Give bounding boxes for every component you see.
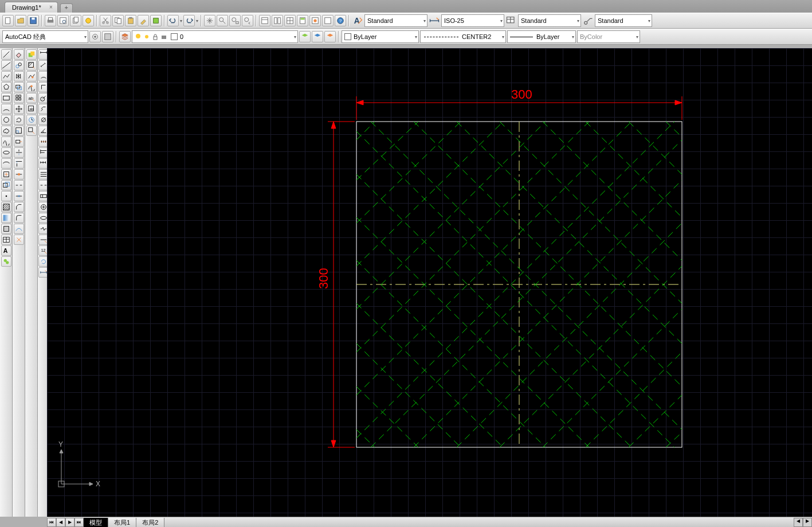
edit-spline-icon[interactable] [26, 82, 37, 92]
stretch-icon[interactable] [14, 136, 24, 147]
sync-attrib-icon[interactable] [26, 115, 37, 125]
mtext-icon[interactable]: A [1, 245, 11, 256]
addselected-icon[interactable] [1, 256, 11, 267]
ellipse-icon[interactable] [1, 147, 11, 158]
new-tab-button[interactable]: + [60, 3, 73, 13]
linetype-select[interactable]: CENTER2▾ [420, 30, 506, 43]
blend-icon[interactable] [14, 224, 24, 234]
pan-icon[interactable] [204, 15, 215, 26]
zoom-previous-icon[interactable] [242, 15, 253, 26]
block-attrib-mgr-icon[interactable]: ab [26, 104, 37, 114]
tab-next-icon[interactable]: ▶ [65, 518, 74, 527]
drawing-canvas[interactable]: 300 300 Y X [47, 48, 812, 517]
edit-polyline-icon[interactable] [26, 71, 37, 81]
textstyle-select[interactable]: Standard▾ [364, 14, 427, 27]
new-icon[interactable] [2, 15, 14, 26]
design-center-icon[interactable] [322, 15, 334, 26]
trim-icon[interactable] [14, 147, 24, 158]
hatch-icon[interactable] [1, 202, 11, 212]
block-editor-icon[interactable] [150, 15, 162, 26]
undo-dropdown-icon[interactable]: ▾ [180, 18, 182, 24]
tab-layout2[interactable]: 布局2 [136, 518, 164, 527]
print-icon[interactable] [45, 15, 56, 26]
tab-scroll-right-icon[interactable]: ▶ [803, 518, 812, 527]
drawing-tab[interactable]: Drawing1* × [5, 2, 58, 13]
dimstyle-select[interactable]: ISO-25▾ [441, 14, 504, 27]
tab-prev-icon[interactable]: ◀ [56, 518, 65, 527]
redo-dropdown-icon[interactable]: ▾ [196, 18, 198, 24]
table-icon[interactable] [1, 235, 11, 245]
insert-block-icon[interactable] [1, 169, 11, 179]
layer-match-icon[interactable] [324, 31, 336, 42]
workspace-save-icon[interactable] [102, 31, 113, 42]
scale-icon[interactable] [14, 126, 24, 136]
array-icon[interactable] [14, 93, 24, 103]
tablestyle-select[interactable]: Standard▾ [518, 14, 581, 27]
tab-last-icon[interactable]: ⏭ [74, 518, 84, 527]
line-icon[interactable] [1, 49, 11, 60]
mirror-icon[interactable] [14, 71, 24, 81]
plot-preview-icon[interactable] [57, 15, 69, 26]
layer-select[interactable]: 0 ▾ [132, 30, 298, 43]
ellipse-arc-icon[interactable] [1, 158, 11, 169]
arc-icon[interactable] [1, 104, 11, 114]
revcloud-icon[interactable] [1, 126, 11, 136]
tab-model[interactable]: 模型 [84, 518, 108, 527]
make-block-icon[interactable] [1, 180, 11, 190]
chamfer-icon[interactable] [14, 202, 24, 212]
redo-icon[interactable] [183, 15, 195, 26]
move-icon[interactable] [14, 104, 24, 114]
xline-icon[interactable] [1, 60, 11, 71]
copy-icon[interactable] [112, 15, 124, 26]
layer-previous-icon[interactable] [312, 31, 323, 42]
help-icon[interactable]: ? [335, 15, 346, 26]
plotstyle-select[interactable]: ByColor▾ [577, 30, 640, 43]
draworder-icon[interactable] [26, 49, 37, 60]
zoom-window-icon[interactable] [229, 15, 241, 26]
xref-edit-icon[interactable] [26, 126, 37, 136]
rotate-icon[interactable] [14, 115, 24, 125]
break-icon[interactable] [14, 180, 24, 190]
spline-icon[interactable] [1, 136, 11, 147]
rectangle-icon[interactable] [1, 93, 11, 103]
dimstyle-icon[interactable] [429, 15, 440, 26]
copy-obj-icon[interactable] [14, 60, 24, 71]
3ddwf-icon[interactable] [83, 15, 94, 26]
close-tab-icon[interactable]: × [49, 4, 53, 10]
erase-icon[interactable] [14, 49, 24, 60]
match-properties-icon[interactable] [138, 15, 149, 26]
layer-properties-icon[interactable] [119, 31, 131, 42]
mleaderstyle-select[interactable]: Standard▾ [595, 14, 652, 27]
undo-icon[interactable] [167, 15, 179, 26]
color-select[interactable]: ByLayer▾ [342, 30, 419, 43]
tab-scroll-left-icon[interactable]: ◀ [794, 518, 803, 527]
mleaderstyle-icon[interactable] [582, 15, 594, 26]
offset-icon[interactable] [14, 82, 24, 92]
markup-icon[interactable] [309, 15, 321, 26]
sheet-set-icon[interactable] [272, 15, 283, 26]
open-icon[interactable] [15, 15, 26, 26]
edit-attrib-icon[interactable]: ab [26, 93, 37, 103]
join-icon[interactable] [14, 191, 24, 201]
tab-layout1[interactable]: 布局1 [108, 518, 136, 527]
lineweight-select[interactable]: ByLayer▾ [507, 30, 576, 43]
save-icon[interactable] [28, 15, 39, 26]
zoom-realtime-icon[interactable] [217, 15, 228, 26]
gradient-icon[interactable] [1, 213, 11, 223]
textstyle-icon[interactable]: A [352, 15, 363, 26]
tablestyle-icon[interactable] [505, 15, 517, 26]
cut-icon[interactable] [100, 15, 111, 26]
fillet-icon[interactable] [14, 213, 24, 223]
extend-icon[interactable] [14, 158, 24, 169]
workspace-settings-icon[interactable] [89, 31, 101, 42]
publish-icon[interactable] [70, 15, 81, 26]
break-point-icon[interactable] [14, 169, 24, 179]
polygon-icon[interactable] [1, 82, 11, 92]
polyline-icon[interactable] [1, 71, 11, 81]
point-icon[interactable] [1, 191, 11, 201]
circle-icon[interactable] [1, 115, 11, 125]
tool-palettes-icon[interactable] [284, 15, 296, 26]
edit-hatch-icon[interactable] [26, 60, 37, 71]
properties-palette-icon[interactable] [259, 15, 270, 26]
region-icon[interactable] [1, 224, 11, 234]
